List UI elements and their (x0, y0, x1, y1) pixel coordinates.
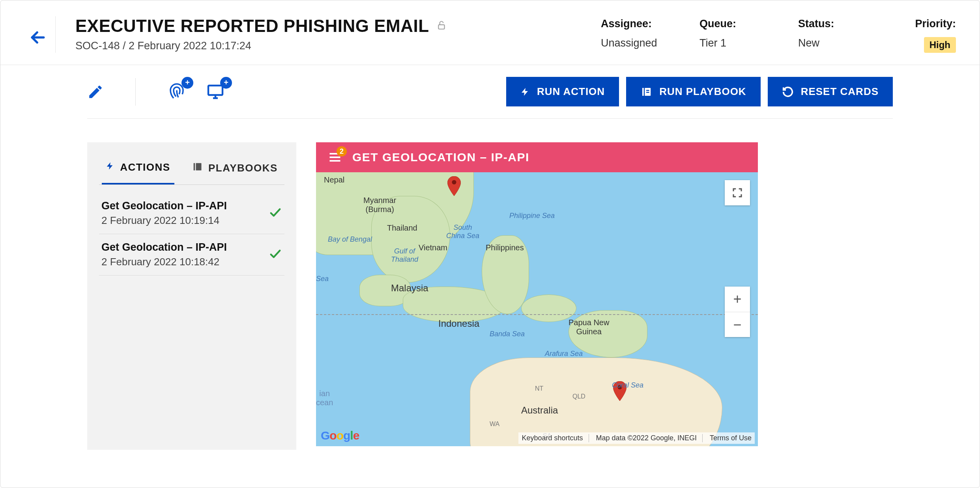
side-tabs: ACTIONS PLAYBOOKS (87, 142, 296, 184)
plus-badge-icon: + (220, 77, 232, 89)
unlock-icon (436, 20, 447, 32)
meta-assignee-value: Unassigned (601, 37, 660, 49)
back-column (20, 16, 56, 53)
svg-rect-6 (646, 92, 649, 93)
tab-actions[interactable]: ACTIONS (102, 154, 174, 184)
equator-line (316, 314, 758, 315)
run-action-label: RUN ACTION (537, 86, 605, 98)
geolocation-card: 2 GET GEOLOCATION – IP-API (316, 142, 758, 450)
meta-column: Assignee: Unassigned Queue: Tier 1 Statu… (601, 16, 956, 53)
map-label-sea: Arafura Sea (545, 350, 583, 358)
svg-point-10 (452, 180, 456, 184)
fullscreen-icon (731, 187, 743, 199)
reset-cards-label: RESET CARDS (801, 86, 879, 98)
map-zoom-in-button[interactable]: + (725, 287, 750, 312)
tab-playbooks[interactable]: PLAYBOOKS (188, 155, 282, 184)
bolt-icon (520, 86, 530, 98)
map-keyboard-shortcuts[interactable]: Keyboard shortcuts (522, 434, 589, 442)
google-logo: Google (321, 429, 359, 442)
map-fullscreen-button[interactable] (725, 180, 750, 205)
case-datetime: 2 February 2022 10:17:24 (129, 40, 251, 52)
map-label-sea: Philippine Sea (509, 212, 555, 220)
map-label-ocean: ian cean (316, 389, 333, 407)
fingerprint-add-icon[interactable]: + (167, 82, 186, 101)
case-id: SOC-148 (75, 40, 120, 52)
landmass (569, 310, 647, 358)
case-header: EXECUTIVE REPORTED PHISHING EMAIL SOC-14… (0, 0, 980, 65)
landmass (521, 294, 576, 322)
map-zoom-control: + − (725, 287, 750, 337)
reset-cards-button[interactable]: RESET CARDS (768, 77, 893, 106)
svg-point-11 (617, 385, 622, 389)
map-marker-icon[interactable] (447, 176, 461, 196)
map-canvas[interactable]: Nepal Myanmar (Burma) Thailand Vietnam P… (316, 172, 758, 446)
meta-assignee: Assignee: Unassigned (601, 18, 660, 53)
case-subtitle: SOC-148 / 2 February 2022 10:17:24 (75, 40, 585, 52)
title-column: EXECUTIVE REPORTED PHISHING EMAIL SOC-14… (75, 16, 585, 52)
meta-assignee-label: Assignee: (601, 18, 660, 30)
meta-status-value: New (798, 37, 857, 49)
map-label-sea: Sea (316, 275, 329, 283)
toolbar-divider (135, 78, 136, 106)
meta-queue-value: Tier 1 (699, 37, 759, 49)
meta-status: Status: New (798, 18, 857, 53)
playbook-icon (640, 86, 652, 98)
plus-badge-icon: + (181, 77, 193, 89)
side-panel: ACTIONS PLAYBOOKS Get Geolocation – IP-A… (87, 142, 296, 450)
case-toolbar: + + RUN ACTION RUN PLAYBOOK RE (87, 65, 893, 119)
asset-add-icon[interactable]: + (206, 82, 225, 101)
map-label-sea: Banda Sea (490, 330, 525, 338)
svg-rect-5 (646, 90, 649, 91)
check-icon (269, 247, 282, 262)
map-terms-link[interactable]: Terms of Use (710, 434, 752, 442)
run-playbook-label: RUN PLAYBOOK (659, 86, 746, 98)
tab-actions-label: ACTIONS (120, 161, 170, 173)
map-data-attribution: Map data ©2022 Google, INEGI (596, 434, 703, 442)
body-row: ACTIONS PLAYBOOKS Get Geolocation – IP-A… (0, 119, 980, 450)
menu-count-badge: 2 (337, 146, 347, 156)
action-item-date: 2 February 2022 10:18:42 (101, 256, 227, 268)
bolt-icon (106, 160, 114, 174)
geolocation-card-title: GET GEOLOCATION – IP-API (352, 151, 529, 164)
run-action-button[interactable]: RUN ACTION (506, 77, 619, 106)
map-footer: Keyboard shortcuts Map data ©2022 Google… (518, 432, 755, 444)
run-playbook-button[interactable]: RUN PLAYBOOK (626, 77, 761, 106)
map-marker-icon[interactable] (613, 381, 627, 401)
card-menu-button[interactable]: 2 (328, 150, 342, 164)
meta-queue-label: Queue: (699, 18, 759, 30)
playbook-icon (192, 161, 203, 175)
reset-icon (782, 86, 794, 98)
edit-icon[interactable] (87, 84, 104, 100)
priority-badge: High (924, 37, 956, 53)
action-list: Get Geolocation – IP-API 2 February 2022… (87, 185, 296, 283)
action-list-item[interactable]: Get Geolocation – IP-API 2 February 2022… (99, 234, 284, 276)
action-item-date: 2 February 2022 10:19:14 (101, 214, 227, 227)
svg-rect-1 (438, 25, 444, 29)
action-item-title: Get Geolocation – IP-API (101, 241, 227, 253)
check-icon (269, 206, 282, 221)
geolocation-card-header: 2 GET GEOLOCATION – IP-API (316, 142, 758, 172)
meta-status-label: Status: (798, 18, 857, 30)
map-zoom-out-button[interactable]: − (725, 312, 750, 337)
action-item-title: Get Geolocation – IP-API (101, 200, 227, 212)
landmass (371, 196, 450, 283)
page-title: EXECUTIVE REPORTED PHISHING EMAIL (75, 16, 429, 36)
meta-priority-label: Priority: (897, 18, 956, 30)
meta-queue: Queue: Tier 1 (699, 18, 759, 53)
svg-rect-2 (208, 86, 223, 95)
tab-playbooks-label: PLAYBOOKS (208, 162, 278, 174)
meta-priority: Priority: High (897, 18, 956, 53)
back-arrow-icon[interactable] (29, 29, 47, 48)
app-frame: EXECUTIVE REPORTED PHISHING EMAIL SOC-14… (0, 0, 980, 488)
action-list-item[interactable]: Get Geolocation – IP-API 2 February 2022… (99, 193, 284, 234)
